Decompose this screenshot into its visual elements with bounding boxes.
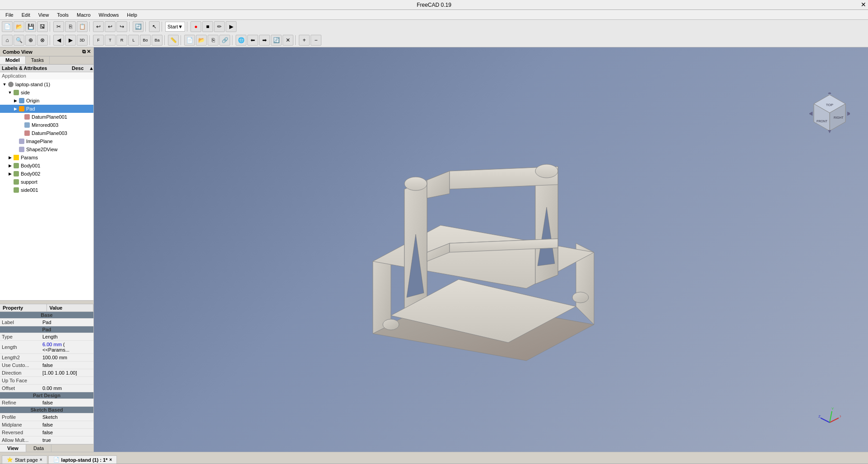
cut-button[interactable]: ✂ <box>53 21 64 32</box>
prop-usecusto-value[interactable]: false <box>41 362 93 369</box>
prop-length2-value[interactable]: 100.00 mm <box>41 354 93 362</box>
menu-item-help[interactable]: Help <box>123 11 141 19</box>
save-as-button[interactable]: 🖫 <box>37 21 48 32</box>
nav-stop-button[interactable]: ✕ <box>283 35 293 46</box>
menu-item-tools[interactable]: Tools <box>53 11 72 19</box>
sep10 <box>181 35 182 45</box>
laptop-stand-close[interactable]: × <box>109 457 112 462</box>
tree-item-datumplane003[interactable]: DatumPlane003 <box>0 129 93 137</box>
paste-button[interactable]: 📋 <box>77 21 88 32</box>
refresh-button[interactable]: 🔄 <box>133 21 144 32</box>
tree-item-origin[interactable]: ▶ Origin <box>0 97 93 105</box>
tab-view[interactable]: View <box>0 445 26 452</box>
view-bottom-button[interactable]: Bo <box>140 35 151 46</box>
tree-item-side001[interactable]: side001 <box>0 186 93 194</box>
view-back-button[interactable]: Ba <box>152 35 162 46</box>
menu-item-edit[interactable]: Edit <box>18 11 34 19</box>
menu-item-file[interactable]: File <box>2 11 17 19</box>
view-front-button[interactable]: F <box>93 35 104 46</box>
prop-offset-value[interactable]: 0.00 mm <box>41 385 93 392</box>
nav-fwd-button[interactable]: ▶ <box>65 35 76 46</box>
view-fit2-button[interactable]: ⊕ <box>25 35 36 46</box>
sep4 <box>145 22 147 32</box>
tree-item-side[interactable]: ▼ side <box>0 88 93 97</box>
tab-data[interactable]: Data <box>26 445 51 452</box>
new-button[interactable]: 📄 <box>2 21 13 32</box>
prop-allowmult-value[interactable]: true <box>41 436 93 444</box>
prop-length-value[interactable]: 6.00 mm ( <<Params... <box>41 341 93 354</box>
arrow-pad[interactable]: ▶ <box>13 107 18 111</box>
nav-left-button[interactable]: 🌐 <box>236 35 246 46</box>
save-button[interactable]: 💾 <box>25 21 36 32</box>
view-left-button[interactable]: L <box>128 35 139 46</box>
run-macro-button[interactable]: ▶ <box>226 21 237 32</box>
menu-item-macro[interactable]: Macro <box>73 11 94 19</box>
view-fit-button[interactable]: 🔍 <box>14 35 24 46</box>
tree-item-params[interactable]: ▶ Params <box>0 153 93 162</box>
arrow-side[interactable]: ▼ <box>7 90 13 95</box>
arrow-params[interactable]: ▶ <box>7 155 13 160</box>
arrow-b2[interactable]: ▶ <box>7 172 13 176</box>
combo-close-button[interactable]: ✕ <box>87 49 91 55</box>
arrow-origin[interactable]: ▶ <box>13 98 18 103</box>
nav-back-button[interactable]: ◀ <box>53 35 64 46</box>
tab-model[interactable]: Model <box>0 56 26 64</box>
zoom-in-button[interactable]: + <box>299 35 310 46</box>
copy-button[interactable]: ⎘ <box>65 21 76 32</box>
open-doc-button[interactable]: 📂 <box>196 35 207 46</box>
prop-refine-value[interactable]: false <box>41 399 93 407</box>
prop-reversed-value[interactable]: false <box>41 429 93 436</box>
arrow-laptop-stand[interactable]: ▼ <box>2 82 7 87</box>
prop-direction-value[interactable]: [1.00 1.00 1.00] <box>41 369 93 377</box>
menu-item-windows[interactable]: Windows <box>95 11 123 19</box>
nav-right-button[interactable]: ⬅ <box>247 35 258 46</box>
tree-sort-button[interactable]: ▲ <box>88 65 93 72</box>
stop-button[interactable]: ■ <box>202 21 213 32</box>
tree-item-body001[interactable]: ▶ Body001 <box>0 162 93 170</box>
workbench-dropdown[interactable]: Start ▼ <box>165 22 185 32</box>
prop-uptoface-value[interactable] <box>41 377 93 385</box>
viewport[interactable]: TOP FRONT RIGHT ▲ ▼ ◀ ▶ X Y <box>94 47 868 452</box>
tree-item-mirrored003[interactable]: Mirrored003 <box>0 121 93 129</box>
cursor-button[interactable]: ↖ <box>149 21 160 32</box>
view-top-button[interactable]: T <box>105 35 116 46</box>
edit-macro-button[interactable]: ✏ <box>214 21 225 32</box>
zoom-out-button[interactable]: − <box>311 35 321 46</box>
tree-item-pad[interactable]: ▶ Pad <box>0 105 93 113</box>
window-close-button[interactable]: ✕ <box>861 1 866 8</box>
undo2-button[interactable]: ↩ <box>105 21 116 32</box>
label-side001: side001 <box>21 187 38 193</box>
new-doc-button[interactable]: 📄 <box>184 35 195 46</box>
nav-3d-button[interactable]: 3D <box>77 35 88 46</box>
nav-up-button[interactable]: ➡ <box>259 35 270 46</box>
clone-button[interactable]: ⎘ <box>208 35 218 46</box>
view-home-button[interactable]: ⌂ <box>2 35 13 46</box>
tree-item-imageplane[interactable]: ImagePlane <box>0 137 93 145</box>
tree-item-datumplane001[interactable]: DatumPlane001 <box>0 113 93 121</box>
record-button[interactable]: ● <box>190 21 201 32</box>
nav-rotate-button[interactable]: 🔄 <box>271 35 282 46</box>
link-button[interactable]: 🔗 <box>219 35 230 46</box>
tree-item-shape2dview[interactable]: Shape2DView <box>0 145 93 153</box>
redo-button[interactable]: ↪ <box>116 21 127 32</box>
tab-start-page[interactable]: ⭐ Start page × <box>2 455 47 464</box>
open-button[interactable]: 📂 <box>14 21 24 32</box>
menu-item-view[interactable]: View <box>35 11 53 19</box>
tab-laptop-stand[interactable]: 📄 laptop-stand (1) : 1* × <box>48 455 117 464</box>
tab-tasks[interactable]: Tasks <box>26 56 50 64</box>
view-fit3-button[interactable]: ⊗ <box>37 35 48 46</box>
measure-button[interactable]: 📏 <box>168 35 179 46</box>
prop-profile-value[interactable]: Sketch <box>41 413 93 421</box>
axis-svg: X Y Z <box>818 407 841 429</box>
prop-type-value[interactable]: Length <box>41 333 93 341</box>
view-right-button[interactable]: R <box>116 35 127 46</box>
tree-item-body002[interactable]: ▶ Body002 <box>0 170 93 178</box>
tree-item-laptop-stand[interactable]: ▼ laptop-stand (1) <box>0 80 93 88</box>
prop-midplane-value[interactable]: false <box>41 421 93 429</box>
tree-item-support[interactable]: support <box>0 178 93 186</box>
arrow-b1[interactable]: ▶ <box>7 163 13 168</box>
navigation-cube[interactable]: TOP FRONT RIGHT ▲ ▼ ◀ ▶ <box>809 93 850 133</box>
prop-label-value[interactable]: Pad <box>41 319 93 326</box>
combo-float-button[interactable]: ⧉ <box>82 49 86 55</box>
undo-button[interactable]: ↩ <box>93 21 104 32</box>
